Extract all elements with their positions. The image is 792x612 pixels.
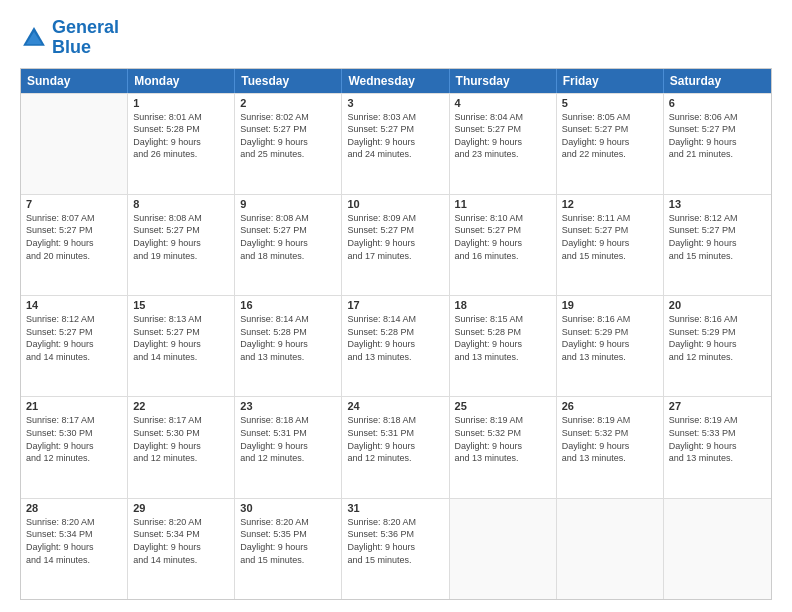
- page: General Blue SundayMondayTuesdayWednesda…: [0, 0, 792, 612]
- calendar-cell: 9Sunrise: 8:08 AM Sunset: 5:27 PM Daylig…: [235, 195, 342, 295]
- day-number: 3: [347, 97, 443, 109]
- day-info: Sunrise: 8:07 AM Sunset: 5:27 PM Dayligh…: [26, 212, 122, 262]
- day-number: 7: [26, 198, 122, 210]
- calendar-cell: 2Sunrise: 8:02 AM Sunset: 5:27 PM Daylig…: [235, 94, 342, 194]
- day-info: Sunrise: 8:08 AM Sunset: 5:27 PM Dayligh…: [240, 212, 336, 262]
- day-number: 5: [562, 97, 658, 109]
- calendar-cell: 1Sunrise: 8:01 AM Sunset: 5:28 PM Daylig…: [128, 94, 235, 194]
- day-number: 19: [562, 299, 658, 311]
- day-info: Sunrise: 8:12 AM Sunset: 5:27 PM Dayligh…: [669, 212, 766, 262]
- day-number: 30: [240, 502, 336, 514]
- calendar-cell: 4Sunrise: 8:04 AM Sunset: 5:27 PM Daylig…: [450, 94, 557, 194]
- calendar-cell: 7Sunrise: 8:07 AM Sunset: 5:27 PM Daylig…: [21, 195, 128, 295]
- day-number: 16: [240, 299, 336, 311]
- day-info: Sunrise: 8:18 AM Sunset: 5:31 PM Dayligh…: [347, 414, 443, 464]
- calendar: SundayMondayTuesdayWednesdayThursdayFrid…: [20, 68, 772, 600]
- day-info: Sunrise: 8:09 AM Sunset: 5:27 PM Dayligh…: [347, 212, 443, 262]
- day-number: 20: [669, 299, 766, 311]
- day-info: Sunrise: 8:20 AM Sunset: 5:36 PM Dayligh…: [347, 516, 443, 566]
- day-info: Sunrise: 8:11 AM Sunset: 5:27 PM Dayligh…: [562, 212, 658, 262]
- calendar-cell: 30Sunrise: 8:20 AM Sunset: 5:35 PM Dayli…: [235, 499, 342, 599]
- day-info: Sunrise: 8:17 AM Sunset: 5:30 PM Dayligh…: [26, 414, 122, 464]
- calendar-cell: 13Sunrise: 8:12 AM Sunset: 5:27 PM Dayli…: [664, 195, 771, 295]
- calendar-cell: 22Sunrise: 8:17 AM Sunset: 5:30 PM Dayli…: [128, 397, 235, 497]
- day-number: 14: [26, 299, 122, 311]
- calendar-header-cell: Saturday: [664, 69, 771, 93]
- day-info: Sunrise: 8:15 AM Sunset: 5:28 PM Dayligh…: [455, 313, 551, 363]
- calendar-cell: 10Sunrise: 8:09 AM Sunset: 5:27 PM Dayli…: [342, 195, 449, 295]
- day-number: 28: [26, 502, 122, 514]
- calendar-cell: 20Sunrise: 8:16 AM Sunset: 5:29 PM Dayli…: [664, 296, 771, 396]
- calendar-cell: 3Sunrise: 8:03 AM Sunset: 5:27 PM Daylig…: [342, 94, 449, 194]
- calendar-cell: 16Sunrise: 8:14 AM Sunset: 5:28 PM Dayli…: [235, 296, 342, 396]
- day-info: Sunrise: 8:06 AM Sunset: 5:27 PM Dayligh…: [669, 111, 766, 161]
- day-info: Sunrise: 8:14 AM Sunset: 5:28 PM Dayligh…: [240, 313, 336, 363]
- calendar-header-cell: Thursday: [450, 69, 557, 93]
- calendar-cell: [557, 499, 664, 599]
- calendar-header-cell: Friday: [557, 69, 664, 93]
- day-number: 12: [562, 198, 658, 210]
- calendar-cell: 17Sunrise: 8:14 AM Sunset: 5:28 PM Dayli…: [342, 296, 449, 396]
- calendar-cell: 5Sunrise: 8:05 AM Sunset: 5:27 PM Daylig…: [557, 94, 664, 194]
- calendar-cell: 29Sunrise: 8:20 AM Sunset: 5:34 PM Dayli…: [128, 499, 235, 599]
- calendar-cell: 18Sunrise: 8:15 AM Sunset: 5:28 PM Dayli…: [450, 296, 557, 396]
- logo: General Blue: [20, 18, 119, 58]
- day-number: 2: [240, 97, 336, 109]
- day-info: Sunrise: 8:16 AM Sunset: 5:29 PM Dayligh…: [562, 313, 658, 363]
- calendar-cell: 28Sunrise: 8:20 AM Sunset: 5:34 PM Dayli…: [21, 499, 128, 599]
- calendar-cell: [664, 499, 771, 599]
- calendar-header-cell: Monday: [128, 69, 235, 93]
- calendar-cell: 15Sunrise: 8:13 AM Sunset: 5:27 PM Dayli…: [128, 296, 235, 396]
- calendar-cell: 25Sunrise: 8:19 AM Sunset: 5:32 PM Dayli…: [450, 397, 557, 497]
- logo-text: General Blue: [52, 18, 119, 58]
- day-info: Sunrise: 8:14 AM Sunset: 5:28 PM Dayligh…: [347, 313, 443, 363]
- calendar-cell: 19Sunrise: 8:16 AM Sunset: 5:29 PM Dayli…: [557, 296, 664, 396]
- day-info: Sunrise: 8:08 AM Sunset: 5:27 PM Dayligh…: [133, 212, 229, 262]
- day-info: Sunrise: 8:19 AM Sunset: 5:32 PM Dayligh…: [562, 414, 658, 464]
- day-info: Sunrise: 8:12 AM Sunset: 5:27 PM Dayligh…: [26, 313, 122, 363]
- day-number: 4: [455, 97, 551, 109]
- calendar-cell: 26Sunrise: 8:19 AM Sunset: 5:32 PM Dayli…: [557, 397, 664, 497]
- day-info: Sunrise: 8:10 AM Sunset: 5:27 PM Dayligh…: [455, 212, 551, 262]
- calendar-header-cell: Tuesday: [235, 69, 342, 93]
- day-number: 31: [347, 502, 443, 514]
- day-info: Sunrise: 8:02 AM Sunset: 5:27 PM Dayligh…: [240, 111, 336, 161]
- logo-icon: [20, 24, 48, 52]
- day-info: Sunrise: 8:20 AM Sunset: 5:35 PM Dayligh…: [240, 516, 336, 566]
- day-number: 10: [347, 198, 443, 210]
- day-number: 18: [455, 299, 551, 311]
- calendar-cell: 21Sunrise: 8:17 AM Sunset: 5:30 PM Dayli…: [21, 397, 128, 497]
- calendar-cell: 24Sunrise: 8:18 AM Sunset: 5:31 PM Dayli…: [342, 397, 449, 497]
- day-number: 6: [669, 97, 766, 109]
- calendar-header-cell: Wednesday: [342, 69, 449, 93]
- calendar-cell: 23Sunrise: 8:18 AM Sunset: 5:31 PM Dayli…: [235, 397, 342, 497]
- calendar-row: 28Sunrise: 8:20 AM Sunset: 5:34 PM Dayli…: [21, 498, 771, 599]
- day-number: 21: [26, 400, 122, 412]
- day-info: Sunrise: 8:03 AM Sunset: 5:27 PM Dayligh…: [347, 111, 443, 161]
- day-info: Sunrise: 8:16 AM Sunset: 5:29 PM Dayligh…: [669, 313, 766, 363]
- calendar-cell: 31Sunrise: 8:20 AM Sunset: 5:36 PM Dayli…: [342, 499, 449, 599]
- day-info: Sunrise: 8:04 AM Sunset: 5:27 PM Dayligh…: [455, 111, 551, 161]
- day-number: 25: [455, 400, 551, 412]
- day-number: 26: [562, 400, 658, 412]
- calendar-row: 7Sunrise: 8:07 AM Sunset: 5:27 PM Daylig…: [21, 194, 771, 295]
- calendar-row: 21Sunrise: 8:17 AM Sunset: 5:30 PM Dayli…: [21, 396, 771, 497]
- day-number: 27: [669, 400, 766, 412]
- calendar-cell: 8Sunrise: 8:08 AM Sunset: 5:27 PM Daylig…: [128, 195, 235, 295]
- calendar-cell: [21, 94, 128, 194]
- calendar-row: 1Sunrise: 8:01 AM Sunset: 5:28 PM Daylig…: [21, 93, 771, 194]
- day-number: 29: [133, 502, 229, 514]
- calendar-cell: 27Sunrise: 8:19 AM Sunset: 5:33 PM Dayli…: [664, 397, 771, 497]
- day-info: Sunrise: 8:19 AM Sunset: 5:32 PM Dayligh…: [455, 414, 551, 464]
- day-info: Sunrise: 8:05 AM Sunset: 5:27 PM Dayligh…: [562, 111, 658, 161]
- calendar-row: 14Sunrise: 8:12 AM Sunset: 5:27 PM Dayli…: [21, 295, 771, 396]
- day-number: 23: [240, 400, 336, 412]
- day-info: Sunrise: 8:18 AM Sunset: 5:31 PM Dayligh…: [240, 414, 336, 464]
- calendar-cell: [450, 499, 557, 599]
- calendar-cell: 12Sunrise: 8:11 AM Sunset: 5:27 PM Dayli…: [557, 195, 664, 295]
- day-info: Sunrise: 8:17 AM Sunset: 5:30 PM Dayligh…: [133, 414, 229, 464]
- calendar-cell: 11Sunrise: 8:10 AM Sunset: 5:27 PM Dayli…: [450, 195, 557, 295]
- calendar-header: SundayMondayTuesdayWednesdayThursdayFrid…: [21, 69, 771, 93]
- day-number: 11: [455, 198, 551, 210]
- day-number: 24: [347, 400, 443, 412]
